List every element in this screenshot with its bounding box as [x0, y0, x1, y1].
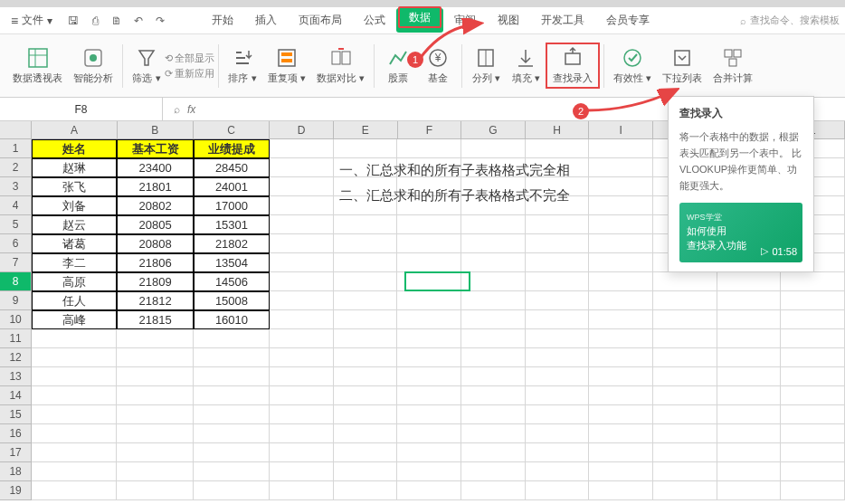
file-menu[interactable]: ≡ 文件 ▾: [5, 11, 58, 30]
cell-H12[interactable]: [526, 348, 590, 367]
cell-K10[interactable]: [717, 310, 782, 329]
cell-L16[interactable]: [781, 424, 845, 443]
cell-K9[interactable]: [717, 291, 782, 310]
cell-G8[interactable]: [461, 272, 526, 291]
cell-B12[interactable]: [117, 348, 193, 367]
cell-F11[interactable]: [397, 329, 461, 348]
cell-I11[interactable]: [589, 329, 653, 348]
cell-C3[interactable]: 24001: [194, 177, 270, 196]
cell-D19[interactable]: [270, 481, 334, 500]
cell-B11[interactable]: [117, 329, 193, 348]
cell-C8[interactable]: 14506: [194, 272, 270, 291]
ribbon-排序[interactable]: 排序 ▾: [223, 44, 262, 87]
cell-H17[interactable]: [526, 443, 590, 462]
cell-C19[interactable]: [194, 481, 270, 500]
tab-页面布局[interactable]: 页面布局: [288, 8, 353, 33]
row-header-11[interactable]: 11: [0, 329, 32, 348]
cell-E18[interactable]: [334, 462, 398, 481]
cell-C4[interactable]: 17000: [194, 196, 270, 215]
cell-I15[interactable]: [589, 405, 653, 424]
cell-C10[interactable]: 16010: [194, 310, 270, 329]
cell-A14[interactable]: [32, 386, 117, 405]
print-icon[interactable]: ⎙: [87, 13, 103, 29]
redo-icon[interactable]: ↷: [152, 13, 168, 29]
cell-A7[interactable]: 李二: [32, 253, 117, 272]
ribbon-筛选[interactable]: 筛选 ▾: [127, 44, 166, 87]
cell-D17[interactable]: [270, 443, 334, 462]
cell-E17[interactable]: [334, 443, 398, 462]
cell-I14[interactable]: [589, 386, 653, 405]
cell-C12[interactable]: [194, 348, 270, 367]
cell-I17[interactable]: [589, 443, 653, 462]
cell-C2[interactable]: 28450: [194, 158, 270, 177]
cell-I9[interactable]: [589, 291, 653, 310]
cell-E13[interactable]: [334, 367, 398, 386]
cell-E12[interactable]: [334, 348, 398, 367]
cell-F10[interactable]: [397, 310, 461, 329]
cell-H11[interactable]: [526, 329, 590, 348]
cell-C11[interactable]: [194, 329, 270, 348]
cell-E6[interactable]: [334, 234, 398, 253]
cell-C17[interactable]: [194, 443, 270, 462]
cell-I12[interactable]: [589, 348, 653, 367]
cell-F7[interactable]: [397, 253, 461, 272]
cell-D15[interactable]: [270, 405, 334, 424]
cell-K19[interactable]: [717, 481, 782, 500]
row-header-10[interactable]: 10: [0, 310, 32, 329]
cell-C5[interactable]: 15301: [194, 215, 270, 234]
row-header-14[interactable]: 14: [0, 386, 32, 405]
cell-A1[interactable]: 姓名: [32, 139, 117, 158]
cell-E1[interactable]: [334, 139, 398, 158]
col-header-E[interactable]: E: [334, 121, 398, 139]
cell-D12[interactable]: [270, 348, 334, 367]
col-header-D[interactable]: D: [270, 121, 334, 139]
cell-C6[interactable]: 21802: [194, 234, 270, 253]
cell-H14[interactable]: [526, 386, 590, 405]
search-in-sheet-icon[interactable]: ⌕: [174, 103, 180, 116]
cell-H13[interactable]: [526, 367, 590, 386]
cell-A18[interactable]: [32, 462, 117, 481]
cell-F16[interactable]: [397, 424, 461, 443]
cell-I6[interactable]: [589, 234, 653, 253]
tutorial-video-card[interactable]: WPS学堂 如何使用 查找录入功能 ▷ 01:58: [679, 203, 802, 262]
cell-G13[interactable]: [461, 367, 526, 386]
cell-H18[interactable]: [526, 462, 590, 481]
tab-开始[interactable]: 开始: [201, 8, 244, 33]
cell-C16[interactable]: [194, 424, 270, 443]
cell-G7[interactable]: [461, 253, 526, 272]
ribbon-数据对比[interactable]: 数据对比 ▾: [311, 44, 370, 87]
cell-G6[interactable]: [461, 234, 526, 253]
cell-B4[interactable]: 20802: [117, 196, 193, 215]
cell-B7[interactable]: 21806: [117, 253, 193, 272]
search-box[interactable]: ⌕ 查找命令、搜索模板: [740, 14, 840, 27]
cell-I8[interactable]: [589, 272, 653, 291]
cell-I13[interactable]: [589, 367, 653, 386]
cell-K13[interactable]: [717, 367, 782, 386]
cell-F18[interactable]: [397, 462, 461, 481]
cell-D14[interactable]: [270, 386, 334, 405]
cell-E10[interactable]: [334, 310, 398, 329]
cell-F19[interactable]: [397, 481, 461, 500]
show-all[interactable]: ⟲全部显示: [165, 52, 214, 65]
ribbon-查找录入[interactable]: 查找录入: [546, 43, 600, 89]
name-box[interactable]: F8: [0, 98, 163, 120]
cell-A8[interactable]: 高原: [32, 272, 117, 291]
cell-F12[interactable]: [397, 348, 461, 367]
cell-I16[interactable]: [589, 424, 653, 443]
cell-G10[interactable]: [461, 310, 526, 329]
cell-J12[interactable]: [653, 348, 717, 367]
cell-J19[interactable]: [653, 481, 717, 500]
cell-E8[interactable]: [334, 272, 398, 291]
col-header-F[interactable]: F: [398, 121, 462, 139]
tab-公式[interactable]: 公式: [353, 8, 396, 33]
ribbon-填充[interactable]: 填充 ▾: [506, 44, 546, 87]
ribbon-数据透视表[interactable]: 数据透视表: [7, 44, 68, 87]
cell-L14[interactable]: [781, 386, 845, 405]
cell-H9[interactable]: [526, 291, 590, 310]
cell-B14[interactable]: [117, 386, 193, 405]
cell-E11[interactable]: [334, 329, 398, 348]
cell-H10[interactable]: [526, 310, 590, 329]
cell-I2[interactable]: [589, 158, 653, 177]
cell-L18[interactable]: [781, 462, 845, 481]
cell-D1[interactable]: [270, 139, 334, 158]
